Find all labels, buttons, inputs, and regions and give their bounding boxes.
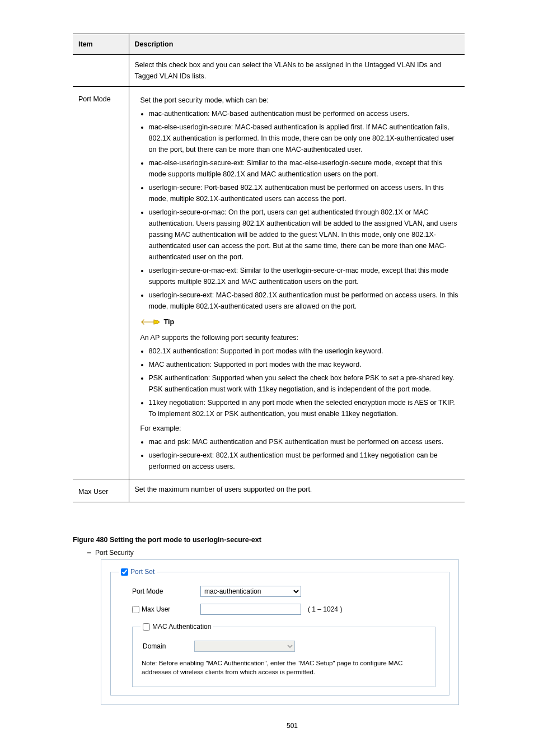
tip-11key: 11key negotiation: Supported in any port… [149, 397, 460, 419]
th-item: Item [73, 34, 129, 55]
th-description: Description [129, 34, 465, 55]
row2-desc: Set the maximum number of users supporte… [129, 479, 465, 502]
port-security-title: Port Security [95, 549, 134, 557]
figure-caption: Figure 480 Setting the port mode to user… [73, 536, 512, 544]
row1-desc: Set the port security mode, which can be… [129, 87, 465, 479]
collapse-icon: − [87, 548, 92, 557]
max-user-row: Max User ( 1 – 1024 ) [132, 604, 441, 615]
port-set-legend-text: Port Set [130, 568, 154, 576]
domain-row: Domain [143, 641, 427, 652]
bullet-userlogin-secure: userlogin-secure: Port-based 802.1X auth… [149, 182, 460, 204]
row0-desc: Select this check box and you can select… [129, 55, 465, 87]
tip-example-intro: For example: [140, 423, 460, 434]
mac-auth-checkbox[interactable] [143, 623, 150, 631]
max-user-range: ( 1 – 1024 ) [308, 605, 342, 613]
bullet-userlogin-secure-or-mac: userlogin-secure-or-mac: On the port, us… [149, 207, 460, 263]
row2-item: Max User [73, 479, 129, 502]
tip-intro: An AP supports the following port securi… [140, 332, 460, 343]
port-set-fieldset: Port Set Port Mode mac-authentication Ma… [110, 568, 449, 696]
page-number: 501 [73, 722, 512, 730]
max-user-input[interactable] [200, 604, 301, 615]
example-mac-psk: mac and psk: MAC authentication and PSK … [149, 436, 460, 447]
tip-mac: MAC authentication: Supported in port mo… [149, 359, 460, 370]
mac-auth-legend[interactable]: MAC Authentication [140, 623, 213, 631]
max-user-checkbox[interactable] [132, 606, 139, 613]
row1-bullets: mac-authentication: MAC-based authentica… [135, 108, 460, 312]
row0-item [73, 55, 129, 87]
row1-item: Port Mode [73, 87, 129, 479]
mac-auth-legend-text: MAC Authentication [152, 623, 211, 631]
tip-example-bullets: mac and psk: MAC authentication and PSK … [135, 436, 460, 472]
port-mode-row: Port Mode mac-authentication [132, 586, 441, 597]
port-security-screenshot: − Port Security Port Set Port Mode mac-a… [73, 548, 465, 705]
config-table: Item Description Select this check box a… [73, 34, 465, 502]
mac-auth-fieldset: MAC Authentication Domain Note: Before e… [132, 623, 435, 687]
max-user-label: Max User [142, 605, 170, 613]
tip-arrow-icon [140, 317, 161, 327]
bullet-userlogin-secure-or-mac-ext: userlogin-secure-or-mac-ext: Similar to … [149, 265, 460, 287]
example-userlogin-secure-ext: userlogin-secure-ext: 802.1X authenticat… [149, 450, 460, 472]
mac-auth-note: Note: Before enabling "MAC Authenticatio… [142, 659, 426, 676]
bullet-mac-else-secure-ext: mac-else-userlogin-secure-ext: Similar t… [149, 157, 460, 180]
port-mode-select[interactable]: mac-authentication [200, 586, 301, 597]
row1-intro: Set the port security mode, which can be… [140, 95, 460, 106]
tip-label: Tip [164, 316, 175, 328]
tip-psk: PSK authentication: Supported when you s… [149, 372, 460, 395]
port-set-legend[interactable]: Port Set [119, 568, 157, 576]
domain-label: Domain [143, 642, 166, 650]
tip-row: Tip [140, 316, 460, 328]
bullet-userlogin-secure-ext: userlogin-secure-ext: MAC-based 802.1X a… [149, 290, 460, 312]
tip-8021x: 802.1X authentication: Supported in port… [149, 346, 460, 357]
bullet-mac-auth: mac-authentication: MAC-based authentica… [149, 108, 460, 119]
port-mode-label: Port Mode [132, 587, 163, 595]
port-set-checkbox[interactable] [121, 568, 128, 576]
port-security-panel: Port Set Port Mode mac-authentication Ma… [101, 559, 459, 705]
port-security-header[interactable]: − Port Security [87, 548, 465, 557]
tip-bullets: 802.1X authentication: Supported in port… [135, 346, 460, 419]
bullet-mac-else-secure: mac-else-userlogin-secure: MAC-based aut… [149, 122, 460, 155]
svg-point-0 [156, 321, 158, 324]
domain-select[interactable] [194, 641, 295, 652]
